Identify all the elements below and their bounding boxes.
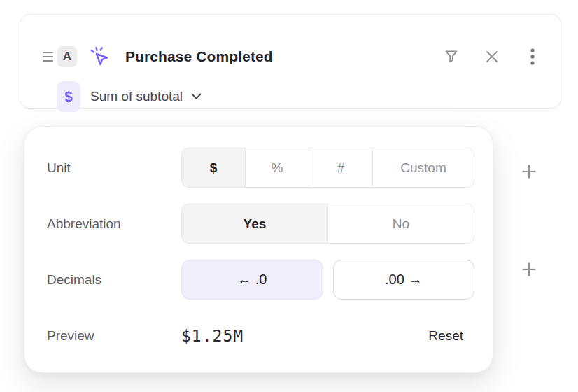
close-icon[interactable]	[484, 48, 500, 65]
unit-option-number[interactable]: #	[309, 148, 372, 187]
abbreviation-option-no[interactable]: No	[327, 204, 474, 243]
filter-icon[interactable]	[443, 48, 460, 65]
event-card: A Purchase Completed	[20, 14, 561, 108]
reset-button[interactable]: Reset	[428, 328, 463, 344]
event-card-actions	[443, 48, 541, 65]
decimals-controls: ← .0 .00 →	[181, 260, 474, 300]
add-metric-button-top[interactable]	[518, 160, 540, 183]
unit-row: Unit $ % # Custom	[36, 148, 474, 188]
metric-label: Sum of subtotal	[90, 89, 183, 104]
add-metric-button-bottom[interactable]	[518, 258, 540, 281]
event-click-icon	[89, 46, 111, 68]
preview-row: Preview $1.25M Reset	[36, 316, 474, 356]
increase-decimals-button[interactable]: .00 →	[333, 260, 475, 300]
unit-label: Unit	[36, 160, 181, 176]
drag-handle-icon[interactable]	[43, 51, 53, 62]
event-index-badge: A	[57, 46, 77, 67]
decrease-decimals-button[interactable]: ← .0	[181, 260, 323, 300]
plus-icon	[521, 163, 537, 180]
preview-value: $1.25M	[181, 327, 244, 345]
chevron-down-icon	[191, 93, 202, 100]
number-format-panel: Unit $ % # Custom Abbreviation Yes No De…	[24, 126, 493, 373]
unit-option-custom[interactable]: Custom	[372, 148, 474, 187]
metric-type-icon: $	[57, 81, 80, 112]
unit-option-percent[interactable]: %	[245, 148, 309, 187]
decimals-label: Decimals	[36, 272, 181, 288]
abbreviation-segmented-control: Yes No	[181, 204, 474, 244]
decimals-row: Decimals ← .0 .00 →	[36, 260, 474, 300]
more-options-icon[interactable]	[524, 48, 541, 65]
abbreviation-row: Abbreviation Yes No	[36, 204, 474, 244]
event-card-header: A Purchase Completed	[43, 46, 541, 68]
abbreviation-label: Abbreviation	[36, 216, 181, 232]
unit-segmented-control: $ % # Custom	[181, 148, 474, 188]
preview-label: Preview	[36, 328, 181, 344]
metric-selector[interactable]: $ Sum of subtotal	[57, 81, 202, 112]
abbreviation-option-yes[interactable]: Yes	[182, 204, 327, 243]
event-title: Purchase Completed	[125, 48, 273, 65]
unit-option-dollar[interactable]: $	[182, 148, 245, 187]
plus-icon	[521, 261, 537, 278]
